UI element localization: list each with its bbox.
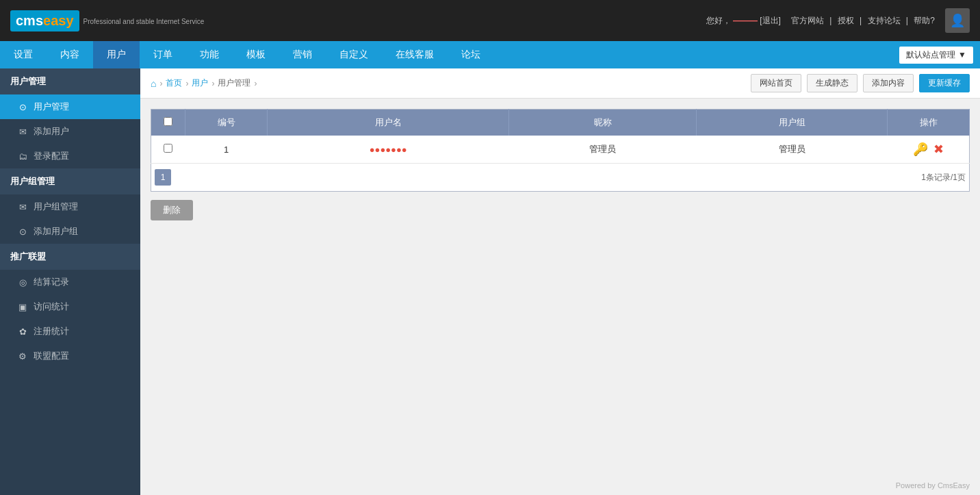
nav-item-users[interactable]: 用户 bbox=[93, 41, 140, 68]
user-table: 编号 用户名 昵称 用户组 操作 1 ●●●●●●● bbox=[151, 109, 970, 164]
sidebar-item-add-user[interactable]: ✉ 添加用户 bbox=[0, 119, 140, 144]
page-buttons: 1 bbox=[155, 169, 171, 186]
generate-static-button[interactable]: 生成静态 bbox=[807, 74, 858, 92]
breadcrumb-actions: 网站首页 生成静态 添加内容 更新缓存 bbox=[751, 74, 970, 92]
breadcrumb-sep1: › bbox=[159, 79, 162, 88]
delete-row-button[interactable]: ✖ bbox=[933, 142, 944, 157]
nav-item-custom[interactable]: 自定义 bbox=[326, 41, 382, 68]
breadcrumb-users[interactable]: 用户 bbox=[192, 77, 208, 89]
table-row: 1 ●●●●●●● 管理员 管理员 🔑 ✖ bbox=[151, 136, 970, 164]
sidebar-item-alliance-config[interactable]: ⚙ 联盟配置 bbox=[0, 344, 140, 368]
site-manage-button[interactable]: 默认站点管理 ▼ bbox=[899, 47, 973, 64]
col-actions: 操作 bbox=[888, 110, 970, 136]
row-checkbox-cell bbox=[151, 136, 185, 164]
footer-text: Powered by CmsEasy bbox=[896, 481, 970, 490]
avatar: 👤 bbox=[945, 8, 970, 33]
main-area: ⌂ › 首页 › 用户 › 用户管理 › 网站首页 生成静态 添加内容 更新缓存 bbox=[140, 68, 980, 495]
sidebar-item-register-stats[interactable]: ✿ 注册统计 bbox=[0, 319, 140, 344]
page-info: 1条记录/1页 bbox=[921, 172, 966, 183]
col-checkbox bbox=[151, 110, 185, 136]
nav-item-features[interactable]: 功能 bbox=[186, 41, 233, 68]
sidebar-item-label: 用户组管理 bbox=[34, 201, 78, 213]
sidebar-item-label: 结算记录 bbox=[34, 276, 69, 288]
sidebar-item-label: 添加用户组 bbox=[34, 225, 78, 238]
user-manage-icon: ⊙ bbox=[17, 101, 28, 112]
col-nickname: 昵称 bbox=[509, 110, 697, 136]
col-group: 用户组 bbox=[697, 110, 888, 136]
table-header-row: 编号 用户名 昵称 用户组 操作 bbox=[151, 110, 970, 136]
breadcrumb-current: 用户管理 bbox=[218, 77, 250, 89]
main-content: 编号 用户名 昵称 用户组 操作 1 ●●●●●●● bbox=[140, 99, 980, 476]
sidebar-section-user-manage: 用户管理 bbox=[0, 68, 140, 94]
breadcrumb-home[interactable]: 首页 bbox=[166, 77, 182, 89]
content-layout: 用户管理 ⊙ 用户管理 ✉ 添加用户 🗂 登录配置 用户组管理 ✉ 用户组管理 … bbox=[0, 68, 980, 495]
refresh-cache-button[interactable]: 更新缓存 bbox=[919, 74, 970, 92]
sidebar-item-label: 添加用户 bbox=[34, 125, 69, 138]
row-checkbox[interactable] bbox=[164, 144, 172, 153]
nav-item-forum[interactable]: 论坛 bbox=[448, 41, 494, 68]
username-text: ——— bbox=[733, 16, 758, 25]
nav-items: 设置 内容 用户 订单 功能 模板 营销 自定义 在线客服 论坛 bbox=[0, 41, 494, 68]
logo-subtitle: Professional and stable Internet Service bbox=[83, 18, 205, 25]
logo-box: cmseasy bbox=[10, 10, 79, 31]
support-link[interactable]: 支持论坛 bbox=[868, 16, 901, 25]
website-home-button[interactable]: 网站首页 bbox=[751, 74, 801, 92]
page-1-button[interactable]: 1 bbox=[155, 169, 171, 186]
pagination: 1 1条记录/1页 bbox=[151, 164, 970, 192]
breadcrumb: ⌂ › 首页 › 用户 › 用户管理 › bbox=[151, 77, 257, 89]
nav-item-settings[interactable]: 设置 bbox=[0, 41, 47, 68]
add-group-icon: ⊙ bbox=[17, 226, 28, 237]
action-icons: 🔑 ✖ bbox=[893, 142, 964, 157]
row-group: 管理员 bbox=[697, 136, 888, 164]
top-links: 官方网站 | 授权 | 支持论坛 | 帮助? bbox=[788, 15, 938, 27]
username-value: ●●●●●●● bbox=[370, 144, 407, 155]
login-config-icon: 🗂 bbox=[17, 151, 28, 162]
nav-item-marketing[interactable]: 营销 bbox=[279, 41, 326, 68]
top-right: 您好， ——— [退出] 官方网站 | 授权 | 支持论坛 | 帮助? 👤 bbox=[706, 8, 970, 33]
logo: cmseasy Professional and stable Internet… bbox=[10, 10, 204, 31]
nav-item-orders[interactable]: 订单 bbox=[140, 41, 186, 68]
site-manage-label: 默认站点管理 bbox=[906, 49, 955, 61]
breadcrumb-sep4: › bbox=[254, 79, 257, 88]
sidebar-section-group-manage: 用户组管理 bbox=[0, 168, 140, 194]
home-icon[interactable]: ⌂ bbox=[151, 78, 156, 89]
sidebar-item-label: 访问统计 bbox=[34, 301, 69, 313]
sidebar-item-label: 注册统计 bbox=[34, 325, 69, 338]
logout-link[interactable]: [退出] bbox=[760, 16, 781, 25]
sidebar-section-promotion: 推广联盟 bbox=[0, 244, 140, 270]
nav-item-templates[interactable]: 模板 bbox=[233, 41, 279, 68]
sidebar-item-user-manage[interactable]: ⊙ 用户管理 bbox=[0, 94, 140, 119]
dropdown-icon: ▼ bbox=[958, 50, 966, 60]
avatar-icon: 👤 bbox=[950, 13, 965, 28]
add-user-icon: ✉ bbox=[17, 126, 28, 137]
sidebar-item-group-manage[interactable]: ✉ 用户组管理 bbox=[0, 194, 140, 219]
select-all-checkbox[interactable] bbox=[164, 117, 172, 126]
sidebar-item-visit-stats[interactable]: ▣ 访问统计 bbox=[0, 294, 140, 319]
breadcrumb-sep2: › bbox=[185, 79, 188, 88]
group-manage-icon: ✉ bbox=[17, 201, 28, 212]
top-bar: cmseasy Professional and stable Internet… bbox=[0, 0, 980, 41]
sidebar-item-label: 联盟配置 bbox=[34, 350, 69, 362]
nav-item-content[interactable]: 内容 bbox=[47, 41, 93, 68]
sidebar-item-login-config[interactable]: 🗂 登录配置 bbox=[0, 144, 140, 168]
official-site-link[interactable]: 官方网站 bbox=[791, 16, 824, 25]
edit-button[interactable]: 🔑 bbox=[913, 142, 928, 157]
sidebar-item-label: 用户管理 bbox=[34, 101, 69, 113]
user-info: 您好， ——— [退出] bbox=[706, 15, 781, 27]
greeting-text: 您好， bbox=[706, 16, 731, 25]
auth-link[interactable]: 授权 bbox=[838, 16, 854, 25]
help-link[interactable]: 帮助? bbox=[914, 16, 935, 25]
batch-delete-button[interactable]: 删除 bbox=[151, 200, 193, 220]
logo-cms: cms bbox=[16, 13, 43, 28]
footer: Powered by CmsEasy bbox=[140, 476, 980, 495]
breadcrumb-bar: ⌂ › 首页 › 用户 › 用户管理 › 网站首页 生成静态 添加内容 更新缓存 bbox=[140, 68, 980, 99]
breadcrumb-sep3: › bbox=[211, 79, 214, 88]
nav-item-livechat[interactable]: 在线客服 bbox=[382, 41, 448, 68]
sidebar-item-settlement[interactable]: ◎ 结算记录 bbox=[0, 270, 140, 294]
nav-right: 默认站点管理 ▼ bbox=[899, 41, 980, 68]
register-stats-icon: ✿ bbox=[17, 326, 28, 337]
add-content-button[interactable]: 添加内容 bbox=[863, 74, 914, 92]
alliance-config-icon: ⚙ bbox=[17, 351, 28, 361]
row-id: 1 bbox=[185, 136, 268, 164]
sidebar-item-add-group[interactable]: ⊙ 添加用户组 bbox=[0, 219, 140, 244]
